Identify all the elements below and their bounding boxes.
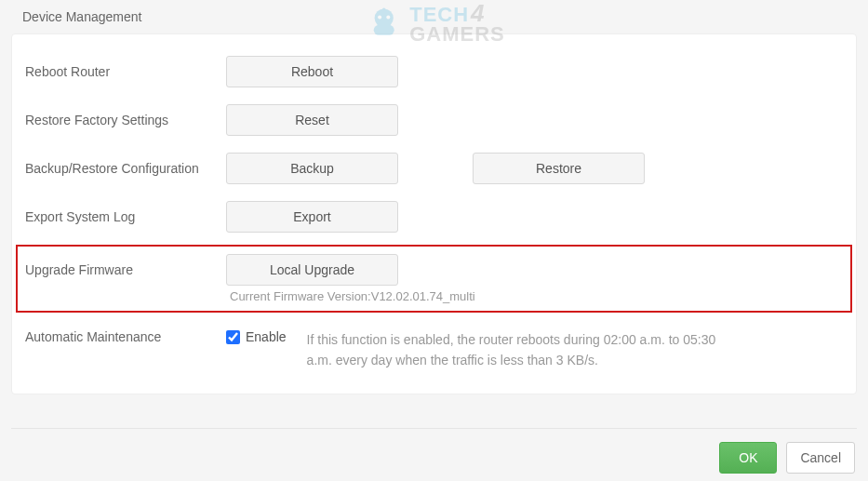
backup-row: Backup/Restore Configuration Backup Rest…: [21, 144, 847, 193]
maintenance-row: Automatic Maintenance Enable If this fun…: [21, 316, 847, 371]
export-button[interactable]: Export: [226, 201, 398, 233]
export-label: Export System Log: [21, 209, 226, 224]
reboot-label: Reboot Router: [21, 64, 226, 79]
export-row: Export System Log Export: [21, 193, 847, 241]
reboot-button[interactable]: Reboot: [226, 56, 398, 87]
backup-button[interactable]: Backup: [226, 153, 398, 184]
reset-label: Restore Factory Settings: [21, 113, 226, 127]
upgrade-highlight-box: Upgrade Firmware Local Upgrade Current F…: [16, 245, 852, 313]
reboot-row: Reboot Router Reboot: [21, 47, 847, 96]
upgrade-row: Upgrade Firmware Local Upgrade: [21, 250, 847, 286]
section-title: Device Management: [11, 0, 857, 33]
maintenance-label: Automatic Maintenance: [21, 329, 226, 344]
footer-divider: [11, 428, 857, 429]
restore-button[interactable]: Restore: [473, 153, 645, 184]
local-upgrade-button[interactable]: Local Upgrade: [226, 254, 398, 286]
maintenance-description: If this function is enabled, the router …: [307, 329, 744, 371]
enable-maintenance-checkbox[interactable]: [226, 330, 240, 344]
reset-button[interactable]: Reset: [226, 104, 398, 136]
upgrade-label: Upgrade Firmware: [21, 262, 226, 277]
reset-row: Restore Factory Settings Reset: [21, 96, 847, 144]
device-management-panel: Reboot Router Reboot Restore Factory Set…: [11, 33, 857, 394]
backup-label: Backup/Restore Configuration: [21, 161, 226, 176]
firmware-version-text: Current Firmware Version:V12.02.01.74_mu…: [230, 289, 847, 303]
enable-maintenance-label: Enable: [246, 329, 287, 344]
footer-actions: OK Cancel: [719, 442, 855, 474]
ok-button[interactable]: OK: [719, 442, 777, 474]
cancel-button[interactable]: Cancel: [786, 442, 855, 474]
